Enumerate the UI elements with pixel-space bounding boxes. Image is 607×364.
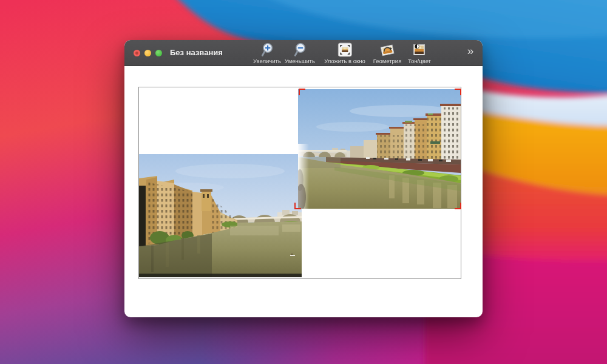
selection-corner-top-right[interactable] xyxy=(455,89,461,95)
toolbar-item-geometry[interactable]: Геометрия xyxy=(373,42,402,64)
toolbar-item-label: Геометрия xyxy=(373,58,402,64)
tone-color-icon xyxy=(413,42,427,57)
toolbar-item-label: Тон/цвет xyxy=(408,58,431,64)
toolbar-item-zoom-out[interactable]: Уменьшить xyxy=(285,42,315,64)
app-window: Без названия Увеличить Уменьшит xyxy=(124,40,483,317)
zoom-out-icon xyxy=(293,42,306,57)
toolbar-item-zoom-in[interactable]: Увеличить xyxy=(253,42,281,64)
close-button[interactable] xyxy=(134,50,140,56)
minimize-button[interactable] xyxy=(144,50,151,56)
photo-right-river-view[interactable] xyxy=(298,89,461,209)
zoom-in-icon xyxy=(260,42,273,57)
toolbar-item-tone-color[interactable]: Тон/цвет xyxy=(408,42,431,64)
zoom-window-button[interactable] xyxy=(155,50,162,56)
selection-corner-bottom-left[interactable] xyxy=(294,203,301,209)
selection-corner-top-left[interactable] xyxy=(299,89,305,95)
toolbar-item-fit-to-window[interactable]: Уложить в окно xyxy=(324,42,365,64)
toolbar-overflow-chevron[interactable]: » xyxy=(467,45,474,56)
selection-corner-bottom-right[interactable] xyxy=(455,203,461,209)
toolbar-item-label: Уложить в окно xyxy=(324,58,365,64)
fit-to-window-icon xyxy=(337,42,352,57)
toolbar-item-label: Увеличить xyxy=(253,58,281,64)
window-titlebar[interactable]: Без названия Увеличить Уменьшит xyxy=(124,40,483,66)
geometry-icon xyxy=(379,42,395,57)
toolbar-item-label: Уменьшить xyxy=(285,58,315,64)
photo-left-river-view[interactable] xyxy=(139,154,302,277)
document-canvas[interactable] xyxy=(138,87,461,279)
window-title: Без названия xyxy=(170,48,223,57)
